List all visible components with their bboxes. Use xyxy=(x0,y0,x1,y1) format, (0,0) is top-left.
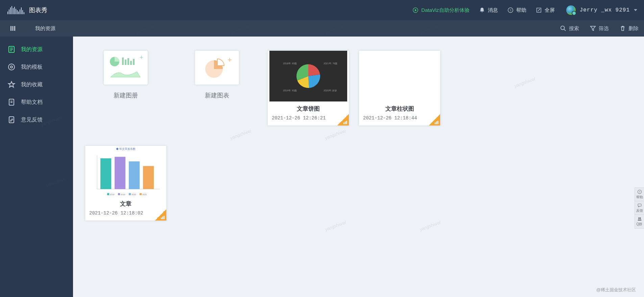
svg-text:2019: 2019 xyxy=(121,193,125,196)
sidebar-item-label: 我的收藏 xyxy=(21,81,43,88)
file-edit-icon xyxy=(7,116,16,124)
chart-preview xyxy=(359,51,440,101)
sidebar-item-docs[interactable]: 帮助文档 xyxy=(0,93,73,111)
sidebar-item-label: 帮助文档 xyxy=(21,99,43,106)
chart-title: 文章饼图 xyxy=(272,105,345,113)
svg-point-78 xyxy=(638,218,639,219)
chart-type-badge xyxy=(429,114,440,125)
svg-rect-68 xyxy=(129,193,131,195)
sidebar-item-label: 意见反馈 xyxy=(21,116,43,123)
svg-rect-49 xyxy=(343,122,344,124)
sidebar-item-templates[interactable]: 我的模板 xyxy=(0,58,73,76)
grid-view-tab[interactable] xyxy=(0,20,26,37)
svg-point-29 xyxy=(10,66,13,68)
question-circle-icon: ? xyxy=(507,7,514,13)
star-icon xyxy=(7,81,16,89)
float-qgroup[interactable]: Q群 xyxy=(635,215,644,228)
svg-rect-6 xyxy=(16,9,16,14)
svg-text:+: + xyxy=(228,55,232,64)
svg-text:2018年: 69篇: 2018年: 69篇 xyxy=(283,62,297,65)
delete-action[interactable]: 删除 xyxy=(620,25,639,32)
svg-rect-18 xyxy=(10,26,11,31)
chevron-down-icon xyxy=(634,9,637,11)
svg-rect-55 xyxy=(437,121,438,124)
svg-rect-11 xyxy=(22,10,23,14)
fullscreen-link[interactable]: 全屏 xyxy=(536,7,555,14)
dataviz-link[interactable]: DataViz自助分析体验 xyxy=(412,7,469,14)
svg-rect-7 xyxy=(17,10,18,14)
logo-bars-icon xyxy=(7,5,27,15)
bell-icon xyxy=(479,7,485,13)
svg-rect-63 xyxy=(143,166,154,189)
svg-rect-2 xyxy=(10,7,11,14)
search-action[interactable]: 搜索 xyxy=(560,25,579,32)
svg-rect-73 xyxy=(162,216,163,219)
username: Jerry _wx 9291 xyxy=(580,7,630,13)
svg-rect-53 xyxy=(435,122,436,124)
svg-text:2020年: 好多: 2020年: 好多 xyxy=(324,89,337,92)
svg-text:◆ 年文章发布数: ◆ 年文章发布数 xyxy=(116,147,136,151)
chart-card-pie-article[interactable]: 2018年: 69篇2021年: 78篇2019年: 93篇2020年: 好多文… xyxy=(268,51,349,125)
svg-rect-20 xyxy=(14,26,15,31)
float-feedback[interactable]: 反馈 xyxy=(635,201,644,215)
svg-rect-5 xyxy=(14,7,15,14)
svg-rect-64 xyxy=(107,193,109,195)
svg-rect-51 xyxy=(346,121,347,124)
chart-date: 2021-12-26 12:18:02 xyxy=(89,210,162,216)
user-menu[interactable]: Jerry _wx 9291 xyxy=(566,5,637,15)
filter-action[interactable]: 筛选 xyxy=(590,25,609,32)
filter-icon xyxy=(590,25,596,31)
new-chart-card[interactable]: +新建图表 xyxy=(176,51,258,99)
messages-link[interactable]: 消息 xyxy=(479,7,498,14)
float-panel: ?帮助 反馈 Q群 xyxy=(635,187,644,229)
question-circle-icon: ? xyxy=(637,189,642,194)
new-album-thumb: + xyxy=(104,51,148,85)
svg-marker-30 xyxy=(8,82,15,87)
chart-type-badge xyxy=(155,209,166,221)
sidebar-item-resources[interactable]: 我的资源 xyxy=(0,41,73,58)
svg-rect-8 xyxy=(18,12,19,14)
svg-rect-70 xyxy=(140,193,142,195)
sidebar-item-feedback[interactable]: 意见反馈 xyxy=(0,111,73,129)
chart-card-article[interactable]: ◆ 年文章发布数2018201920202021文章2021-12-26 12:… xyxy=(85,146,166,221)
chart-title: 文章柱状图 xyxy=(363,105,436,113)
help-link[interactable]: ? 帮助 xyxy=(507,7,526,14)
brand-logo[interactable]: 图表秀 xyxy=(7,5,47,15)
content-area: +新建图册+新建图表2018年: 69篇2021年: 78篇2019年: 93篇… xyxy=(73,37,644,297)
chart-preview: ◆ 年文章发布数2018201920202021 xyxy=(85,146,166,197)
svg-rect-9 xyxy=(20,9,20,14)
chart-card-bar-article[interactable]: 文章柱状图2021-12-26 12:18:44 xyxy=(359,51,440,125)
columns-icon xyxy=(9,25,16,32)
svg-rect-39 xyxy=(130,61,132,65)
svg-rect-36 xyxy=(122,58,124,65)
svg-point-79 xyxy=(640,218,641,219)
breadcrumb-my-resources[interactable]: 我的资源 xyxy=(26,20,65,37)
svg-text:+: + xyxy=(140,54,143,61)
sidebar: 我的资源我的模板我的收藏帮助文档意见反馈 xyxy=(0,37,73,297)
file-icon xyxy=(7,98,16,106)
svg-rect-61 xyxy=(115,157,125,189)
chart-type-badge xyxy=(337,114,349,125)
svg-text:?: ? xyxy=(509,8,511,12)
new-chart-label: 新建图表 xyxy=(205,91,229,99)
chart-title: 文章 xyxy=(89,200,162,208)
svg-rect-0 xyxy=(7,12,8,14)
top-bar: 图表秀 DataViz自助分析体验 消息 ? 帮助 全屏 Jerry _wx 9… xyxy=(0,0,644,20)
float-help[interactable]: ?帮助 xyxy=(635,188,644,201)
sidebar-item-label: 我的模板 xyxy=(21,64,43,71)
chat-icon xyxy=(637,203,642,208)
svg-text:2019年: 93篇: 2019年: 93篇 xyxy=(283,89,297,92)
svg-point-21 xyxy=(561,26,565,30)
sidebar-item-favorites[interactable]: 我的收藏 xyxy=(0,76,73,93)
svg-rect-40 xyxy=(133,59,135,65)
chart-date: 2021-12-26 12:18:44 xyxy=(363,115,436,121)
chart-date: 2021-12-26 12:26:21 xyxy=(272,115,345,121)
svg-rect-10 xyxy=(21,7,22,14)
new-chart-thumb: + xyxy=(195,51,239,85)
svg-text:2018: 2018 xyxy=(110,193,115,196)
new-album-card[interactable]: +新建图册 xyxy=(85,51,166,99)
svg-point-28 xyxy=(8,64,15,70)
svg-rect-66 xyxy=(118,193,120,195)
svg-line-22 xyxy=(564,29,566,31)
sidebar-item-label: 我的资源 xyxy=(21,46,43,53)
